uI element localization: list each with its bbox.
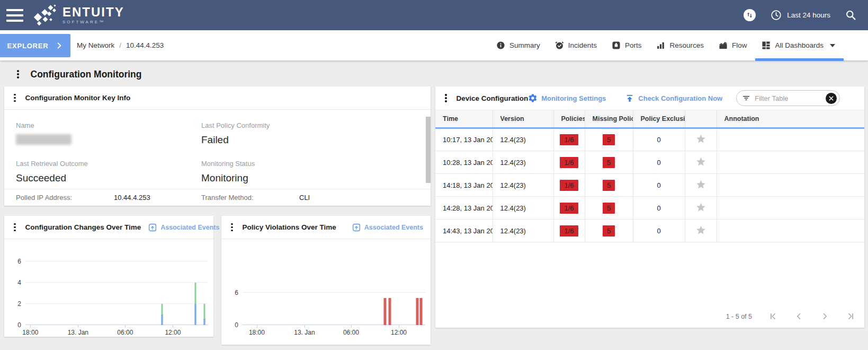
- breadcrumb-separator: /: [119, 41, 121, 49]
- cell-missing-policies: 5: [585, 151, 633, 174]
- policy-violations-plot: 0618:0013. Jan06:0012:00: [243, 251, 425, 325]
- breadcrumb: My Network / 10.44.4.253: [77, 41, 164, 49]
- star-icon[interactable]: [695, 202, 706, 213]
- cell-version: 12.4(23): [493, 174, 553, 197]
- table-row[interactable]: 14:18, 13 Jan 202212.4(23)1/650: [435, 174, 864, 197]
- cell-time: 10:28, 13 Jan 2022: [435, 151, 493, 174]
- y-axis-tick-label: 4: [8, 279, 21, 286]
- key-info-title: Configuration Monitor Key Info: [25, 94, 131, 102]
- table-row[interactable]: 14:28, 13 Jan 202212.4(23)1/650: [435, 197, 864, 220]
- last-page-icon[interactable]: [846, 311, 856, 321]
- field-status-label: Monitoring Status: [201, 160, 431, 168]
- x-axis-tick-mark: [125, 325, 126, 328]
- policies-badge: 1/6: [560, 180, 578, 191]
- policy-violations-bar: [384, 298, 387, 325]
- key-info-scrollbar[interactable]: [426, 117, 431, 183]
- previous-page-icon[interactable]: [794, 311, 804, 321]
- tab-resources[interactable]: Resources: [656, 30, 704, 60]
- config-changes-associated-events-link[interactable]: Associated Events: [148, 223, 219, 232]
- tab-ports-label: Ports: [625, 41, 642, 49]
- first-page-icon[interactable]: [768, 311, 778, 321]
- view-tabs: Summary Incidents Ports Resources Flow A…: [496, 30, 835, 60]
- table-row[interactable]: 10:17, 13 Jan 202212.4(23)1/650: [435, 128, 864, 151]
- field-name: Name: [16, 121, 201, 146]
- time-range-selector[interactable]: Last 24 hours: [771, 10, 830, 21]
- policy-violations-associated-events-link[interactable]: Associated Events: [352, 223, 423, 232]
- filter-table-input[interactable]: [755, 94, 821, 102]
- next-page-icon[interactable]: [820, 311, 830, 321]
- col-time[interactable]: Time: [435, 110, 493, 128]
- monitoring-settings-link[interactable]: Monitoring Settings: [528, 93, 606, 103]
- col-favorite[interactable]: [685, 110, 717, 128]
- x-axis-tick-mark: [351, 325, 352, 328]
- event-box-arrow-icon: [352, 223, 361, 232]
- key-info-kebab-menu[interactable]: [12, 92, 18, 104]
- star-icon[interactable]: [695, 134, 706, 144]
- tab-flow[interactable]: Flow: [719, 30, 747, 60]
- brand-name: ENTUITY: [62, 6, 124, 19]
- y-axis-tick-label: 0: [226, 321, 238, 329]
- flow-chart-icon: [719, 41, 728, 50]
- hamburger-menu-icon[interactable]: [6, 9, 23, 22]
- x-axis-tick-label: 13. Jan: [294, 329, 315, 336]
- associated-events-label: Associated Events: [160, 224, 219, 231]
- tab-all-dashboards[interactable]: All Dashboards: [762, 30, 835, 60]
- gridline: [25, 325, 208, 325]
- policy-violations-kebab-menu[interactable]: [229, 221, 235, 234]
- policies-badge: 1/6: [560, 134, 578, 145]
- policies-badge: 1/6: [560, 203, 578, 214]
- x-axis-tick-label: 18:00: [22, 329, 38, 336]
- field-conformity-label: Last Policy Conformity: [201, 121, 431, 129]
- clear-filter-icon[interactable]: [826, 93, 837, 104]
- info-icon: [496, 41, 505, 50]
- retrievals-bar: [194, 304, 196, 325]
- explorer-button[interactable]: EXPLORER: [0, 34, 70, 57]
- gridline: [243, 292, 425, 293]
- missing-policies-badge: 5: [603, 134, 615, 145]
- table-row[interactable]: 10:28, 13 Jan 202212.4(23)1/650: [435, 151, 864, 174]
- missing-policies-badge: 5: [603, 180, 615, 191]
- cell-annotation: [717, 151, 864, 174]
- cell-time: 14:28, 13 Jan 2022: [435, 197, 493, 220]
- cell-favorite: [685, 128, 717, 151]
- check-configuration-now-link[interactable]: Check Configuration Now: [625, 93, 722, 103]
- gridline: [243, 325, 425, 325]
- tab-summary[interactable]: Summary: [496, 30, 540, 60]
- search-icon[interactable]: [845, 10, 856, 21]
- retrievals-bar: [162, 314, 163, 325]
- col-policy-exclusions[interactable]: Policy Exclusi...: [633, 110, 685, 128]
- cell-missing-policies: 5: [585, 197, 633, 220]
- breadcrumb-current[interactable]: 10.44.4.253: [126, 41, 164, 49]
- field-conformity-value: Failed: [201, 134, 431, 146]
- col-policies[interactable]: Policies: [553, 110, 585, 128]
- transfer-method-value: CLI: [299, 194, 431, 202]
- config-changes-kebab-menu[interactable]: [12, 221, 18, 234]
- star-icon[interactable]: [695, 156, 706, 167]
- polled-ip-value: 10.44.4.253: [114, 194, 201, 202]
- tab-incidents[interactable]: Incidents: [555, 30, 597, 60]
- col-missing-policies[interactable]: Missing Polici...: [585, 110, 633, 128]
- breadcrumb-parent[interactable]: My Network: [77, 41, 114, 49]
- policy-violations-chart-card: Policy Violations Over Time Associated E…: [221, 216, 431, 345]
- policy-violations-title: Policy Violations Over Time: [243, 223, 336, 231]
- cell-time: 14:18, 13 Jan 2022: [435, 174, 493, 197]
- entuity-logo[interactable]: ENTUITY SOFTWARE™: [34, 5, 124, 26]
- star-icon[interactable]: [695, 179, 706, 190]
- device-config-kebab-menu[interactable]: [443, 92, 449, 104]
- dashboards-grid-icon: [762, 41, 771, 50]
- cell-version: 12.4(23): [493, 151, 553, 174]
- gridline: [25, 303, 208, 304]
- table-row[interactable]: 14:43, 13 Jan 202212.4(23)1/650: [435, 220, 864, 242]
- sort-arrows-icon[interactable]: [744, 9, 756, 21]
- key-info-footer: Polled IP Address: 10.44.4.253 Transfer …: [4, 189, 431, 206]
- col-version[interactable]: Version: [493, 110, 553, 128]
- star-icon[interactable]: [695, 225, 706, 235]
- gridline: [25, 261, 208, 261]
- page-title-kebab-menu[interactable]: [15, 68, 21, 81]
- cell-version: 12.4(23): [493, 128, 553, 151]
- cell-policies: 1/6: [553, 151, 585, 174]
- table-header-row: Time Version Policies Missing Polici... …: [435, 110, 864, 128]
- col-annotation[interactable]: Annotation: [717, 110, 864, 128]
- config-changes-chart-card: Configuration Changes Over Time Associat…: [4, 216, 213, 337]
- tab-ports[interactable]: Ports: [612, 30, 642, 60]
